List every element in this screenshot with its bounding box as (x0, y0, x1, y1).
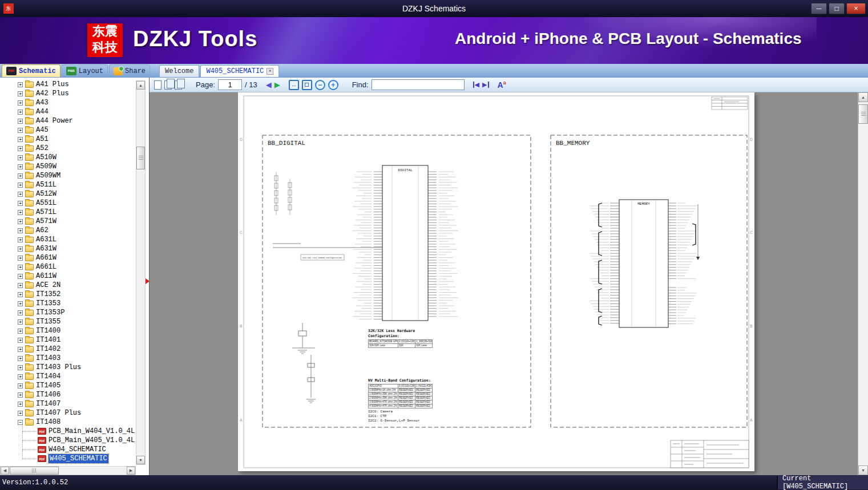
expander-icon[interactable]: + (18, 164, 23, 169)
tab-document[interactable]: W405_SCHEMATIC × (200, 65, 279, 77)
page-number-input[interactable] (218, 79, 242, 90)
tree-folder-row[interactable]: + A510W (0, 153, 135, 162)
find-input[interactable] (372, 79, 465, 90)
find-next-icon[interactable]: ▶ (482, 81, 488, 88)
tree-folder-row[interactable]: + A511L (0, 180, 135, 189)
expander-icon[interactable]: + (18, 237, 23, 242)
tree-folder-row[interactable]: + IT1400 (0, 326, 135, 335)
tree-folder-row[interactable]: + IT1404 (0, 372, 135, 381)
expander-icon[interactable]: + (18, 128, 23, 133)
tree-folder-row[interactable]: + IT1353 (0, 299, 135, 308)
pages-paste-icon[interactable] (175, 80, 182, 90)
tree-hscroll-track[interactable] (9, 467, 127, 475)
close-button[interactable]: × (846, 3, 866, 14)
expander-icon[interactable]: + (18, 228, 23, 233)
expander-icon[interactable]: + (18, 100, 23, 106)
tree-folder-row[interactable]: + IT1403 Plus (0, 363, 135, 372)
tree-scroll-track[interactable] (136, 90, 145, 456)
doc-scroll-thumb[interactable] (858, 104, 868, 124)
fit-page-icon[interactable] (302, 80, 312, 90)
maximize-button[interactable]: □ (829, 3, 845, 14)
match-case-icon[interactable]: Aa (498, 80, 506, 90)
tab-layout[interactable]: PADS Layout (62, 64, 108, 77)
scroll-up-icon[interactable]: ▲ (858, 92, 868, 102)
tree-folder-row[interactable]: + A44 Power (0, 116, 135, 125)
tree-horizontal-scrollbar[interactable]: ◀ ▶ (0, 466, 136, 475)
next-page-icon[interactable]: ▶ (274, 80, 280, 89)
expander-icon[interactable]: + (18, 210, 23, 215)
tree-folder-row[interactable]: + A631W (0, 244, 135, 253)
expander-icon[interactable]: + (18, 383, 23, 388)
expander-icon[interactable]: + (18, 110, 23, 115)
zoom-in-icon[interactable]: + (328, 80, 338, 90)
expander-icon[interactable]: + (18, 155, 23, 160)
tree-folder-row[interactable]: + IT1352 (0, 290, 135, 299)
expander-icon[interactable]: + (18, 365, 23, 370)
tree-folder-row[interactable]: + A43 (0, 98, 135, 107)
expander-icon[interactable]: + (18, 274, 23, 279)
tree-folder-row[interactable]: + A44 (0, 107, 135, 116)
expander-icon[interactable]: + (18, 173, 23, 179)
expander-icon[interactable]: + (18, 137, 23, 142)
expander-icon[interactable]: + (18, 192, 23, 197)
tree-folder-row[interactable]: + A571L (0, 208, 135, 217)
tree-folder-row[interactable]: + A661L (0, 262, 135, 272)
tree-folder-row[interactable]: + A661W (0, 253, 135, 262)
expander-icon[interactable]: + (18, 91, 23, 96)
expander-icon[interactable]: + (18, 319, 23, 325)
tree-vertical-scrollbar[interactable]: ▲ ▼ (136, 80, 146, 465)
tree-folder-row[interactable]: + IT1353P (0, 308, 135, 317)
previous-page-icon[interactable]: ◀ (266, 80, 272, 89)
tree-hscroll-thumb[interactable] (10, 467, 59, 475)
tree-file-row[interactable]: PDF W404_SCHEMATIC (0, 445, 135, 454)
tree-folder-row[interactable]: + IT1407 (0, 399, 135, 408)
tree-folder-row[interactable]: + A509WM (0, 171, 135, 180)
tree-folder-row[interactable]: + IT1403 (0, 354, 135, 363)
tree-file-row[interactable]: PDF PCB_Main_W405_V1.0_4L_PLA (0, 436, 135, 445)
tree-folder-row[interactable]: + A62 (0, 226, 135, 235)
expander-icon[interactable]: + (18, 374, 23, 379)
tree-folder-row[interactable]: + A45 (0, 125, 135, 135)
fit-width-icon[interactable]: ↔ (289, 80, 299, 90)
tab-share[interactable]: Share (109, 64, 150, 77)
tree-folder-row[interactable]: + A51 (0, 135, 135, 144)
expander-icon[interactable]: + (18, 338, 23, 343)
scroll-down-icon[interactable]: ▼ (136, 456, 145, 464)
sidebar-collapse-arrow[interactable] (146, 278, 150, 284)
tab-close-icon[interactable]: × (267, 68, 273, 75)
doc-scroll-track[interactable] (858, 102, 868, 465)
expander-icon[interactable]: + (18, 219, 23, 224)
tree-folder-row[interactable]: + A509W (0, 162, 135, 171)
tree-file-row[interactable]: PDF W405_SCHEMATIC (0, 454, 135, 463)
expander-icon[interactable]: + (18, 392, 23, 398)
tree-folder-row[interactable]: + A52 (0, 144, 135, 153)
zoom-out-icon[interactable]: − (315, 80, 325, 90)
expander-icon[interactable]: + (18, 292, 23, 297)
expander-icon[interactable]: + (18, 411, 23, 416)
scroll-right-icon[interactable]: ▶ (127, 467, 135, 475)
expander-icon[interactable]: + (18, 119, 23, 124)
expander-icon[interactable]: + (18, 301, 23, 306)
tree-folder-row[interactable]: + IT1407 Plus (0, 408, 135, 418)
scroll-down-icon[interactable]: ▼ (858, 465, 868, 475)
tree-folder-row[interactable]: + A631L (0, 235, 135, 244)
expander-icon[interactable]: + (18, 329, 23, 334)
tab-welcome[interactable]: Welcome (159, 65, 199, 77)
tree-folder-row[interactable]: + A41 Plus (0, 80, 135, 89)
expander-icon[interactable]: + (18, 256, 23, 261)
tree-folder-row[interactable]: + A611W (0, 272, 135, 281)
expander-icon[interactable]: + (18, 82, 23, 87)
tree-folder-row[interactable]: + A571W (0, 217, 135, 226)
tree-folder-row[interactable]: + IT1406 (0, 390, 135, 399)
tree-folder-row[interactable]: + IT1402 (0, 345, 135, 354)
expander-icon[interactable]: + (18, 246, 23, 252)
expander-icon[interactable]: + (18, 402, 23, 407)
tree-folder-row[interactable]: + IT1405 (0, 381, 135, 390)
expander-icon[interactable]: + (18, 356, 23, 361)
scroll-left-icon[interactable]: ◀ (1, 467, 9, 475)
tab-schematic[interactable]: PDF Schematic (2, 64, 60, 77)
minimize-button[interactable]: ─ (811, 3, 827, 14)
scroll-up-icon[interactable]: ▲ (136, 81, 145, 90)
document-vertical-scrollbar[interactable]: ▲ ▼ (858, 92, 868, 475)
expander-icon[interactable]: + (18, 347, 23, 352)
